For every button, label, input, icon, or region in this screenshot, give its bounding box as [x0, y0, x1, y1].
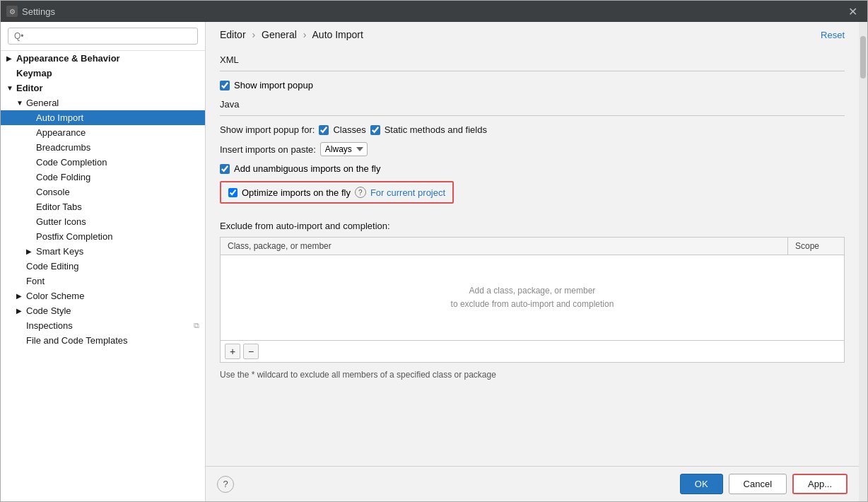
optimize-imports-container: Optimize imports on the fly ? For curren… — [220, 181, 845, 212]
sidebar-item-appearance-behavior[interactable]: ▶ Appearance & Behavior — [1, 51, 205, 66]
show-import-popup-row: Show import popup for: Classes Static me… — [220, 124, 845, 135]
optimize-imports-checkbox[interactable] — [228, 188, 237, 197]
arrow-icon: ▶ — [26, 247, 36, 255]
insert-imports-select[interactable]: Always Ask Never — [320, 142, 368, 156]
sidebar-item-label: Editor Tabs — [36, 202, 199, 212]
java-divider — [220, 115, 845, 116]
table-empty-line1: Add a class, package, or member — [469, 284, 596, 298]
xml-divider — [220, 71, 845, 71]
settings-panel: XML Show import popup Java Show import p… — [206, 45, 859, 466]
breadcrumb-sep1: › — [252, 29, 255, 40]
sidebar-item-appearance[interactable]: Appearance — [1, 125, 205, 140]
sidebar-item-label: Color Scheme — [26, 291, 199, 301]
breadcrumb-sep2: › — [303, 29, 307, 40]
sidebar-item-code-editing[interactable]: Code Editing — [1, 259, 205, 274]
sidebar-item-label: Appearance & Behavior — [16, 53, 199, 64]
breadcrumb: Editor › General › Auto Import — [220, 29, 363, 40]
search-input[interactable] — [8, 28, 198, 45]
optimize-imports-highlight-box: Optimize imports on the fly ? For curren… — [220, 181, 454, 204]
cancel-button[interactable]: Cancel — [729, 474, 787, 494]
sidebar-item-editor-tabs[interactable]: Editor Tabs — [1, 199, 205, 214]
main-content: Editor › General › Auto Import Reset XML… — [206, 22, 859, 501]
content-area: ▶ Appearance & Behavior Keymap ▼ Editor … — [1, 22, 867, 501]
sidebar-item-file-code-templates[interactable]: File and Code Templates — [1, 333, 205, 348]
sidebar-item-label: Editor — [16, 83, 199, 93]
insert-imports-row: Insert imports on paste: Always Ask Neve… — [220, 142, 845, 156]
apply-button[interactable]: App... — [792, 474, 848, 494]
sidebar-item-editor[interactable]: ▼ Editor — [1, 81, 205, 95]
static-methods-checkbox[interactable] — [370, 125, 380, 135]
arrow-icon: ▼ — [6, 84, 16, 92]
close-button[interactable]: ✕ — [844, 4, 862, 20]
add-unambiguous-row: Add unambiguous imports on the fly — [220, 163, 845, 174]
breadcrumb-editor: Editor — [220, 29, 246, 40]
xml-show-popup-row: Show import popup — [220, 80, 845, 91]
action-buttons: OK Cancel App... — [680, 474, 848, 494]
sidebar-item-label: General — [26, 98, 199, 108]
inspections-copy-icon: ⧉ — [194, 321, 199, 330]
bottom-bar: ? OK Cancel App... — [206, 466, 859, 501]
arrow-icon: ▼ — [16, 99, 26, 107]
sidebar-item-postfix-completion[interactable]: Postfix Completion — [1, 229, 205, 244]
reset-button[interactable]: Reset — [821, 30, 845, 40]
xml-section-label: XML — [220, 54, 845, 65]
arrow-icon: ▶ — [16, 307, 26, 315]
show-import-popup-label: Show import popup for: — [220, 124, 315, 135]
sidebar-item-code-folding[interactable]: Code Folding — [1, 170, 205, 185]
sidebar-item-font[interactable]: Font — [1, 274, 205, 288]
sidebar-item-code-style[interactable]: ▶ Code Style — [1, 303, 205, 318]
sidebar-item-color-scheme[interactable]: ▶ Color Scheme — [1, 288, 205, 303]
ok-button[interactable]: OK — [680, 474, 723, 494]
arrow-icon: ▶ — [6, 54, 16, 62]
sidebar-item-general[interactable]: ▼ General — [1, 95, 205, 110]
add-row-button[interactable]: + — [225, 344, 240, 359]
breadcrumb-general: General — [262, 29, 297, 40]
optimize-imports-help-icon[interactable]: ? — [355, 187, 366, 198]
table-header: Class, package, or member Scope — [221, 238, 844, 255]
window-title: Settings — [22, 6, 844, 17]
wildcard-note: Use the * wildcard to exclude all member… — [220, 368, 845, 381]
xml-show-popup-checkbox[interactable] — [220, 81, 230, 91]
sidebar-item-code-completion[interactable]: Code Completion — [1, 155, 205, 170]
sidebar-item-smart-keys[interactable]: ▶ Smart Keys — [1, 244, 205, 259]
sidebar-item-auto-import[interactable]: Auto Import — [1, 110, 205, 125]
scrollbar-thumb[interactable] — [860, 36, 866, 78]
add-unambiguous-label: Add unambiguous imports on the fly — [234, 163, 380, 174]
app-icon: ⚙ — [6, 6, 18, 17]
sidebar-item-gutter-icons[interactable]: Gutter Icons — [1, 214, 205, 229]
sidebar-item-label: Code Editing — [26, 261, 199, 272]
scrollbar[interactable] — [859, 22, 867, 501]
sidebar-item-label: Code Style — [26, 305, 199, 316]
sidebar-item-inspections[interactable]: Inspections ⧉ — [1, 318, 205, 333]
insert-imports-label: Insert imports on paste: — [220, 144, 316, 155]
table-body: Add a class, package, or member to exclu… — [221, 255, 844, 340]
sidebar-item-label: Breadcrumbs — [36, 142, 199, 153]
for-current-project-link[interactable]: For current project — [370, 187, 445, 198]
breadcrumb-auto-import: Auto Import — [312, 29, 363, 40]
sidebar-item-console[interactable]: Console — [1, 185, 205, 199]
sidebar-item-keymap[interactable]: Keymap — [1, 66, 205, 81]
xml-show-popup-label: Show import popup — [234, 80, 313, 91]
col-class-header: Class, package, or member — [221, 238, 787, 255]
sidebar-item-label: Gutter Icons — [36, 216, 199, 227]
java-section-label: Java — [220, 99, 845, 110]
settings-window: ⚙ Settings ✕ ▶ Appearance & Behavior Key… — [0, 0, 868, 502]
top-bar: Editor › General › Auto Import Reset — [206, 22, 859, 45]
titlebar: ⚙ Settings ✕ — [1, 1, 867, 22]
col-scope-header: Scope — [787, 238, 844, 255]
sidebar-item-label: File and Code Templates — [26, 335, 199, 346]
add-unambiguous-checkbox[interactable] — [220, 164, 230, 174]
search-box — [1, 22, 205, 51]
exclude-table: Class, package, or member Scope Add a cl… — [220, 237, 845, 363]
sidebar: ▶ Appearance & Behavior Keymap ▼ Editor … — [1, 22, 206, 501]
remove-row-button[interactable]: − — [243, 344, 259, 359]
sidebar-item-label: Keymap — [16, 68, 199, 78]
static-methods-label: Static methods and fields — [385, 124, 487, 135]
help-button[interactable]: ? — [217, 476, 234, 493]
classes-label: Classes — [333, 124, 365, 135]
table-empty-line2: to exclude from auto-import and completi… — [451, 298, 614, 311]
sidebar-item-breadcrumbs[interactable]: Breadcrumbs — [1, 140, 205, 155]
sidebar-item-label: Auto Import — [36, 112, 199, 123]
classes-checkbox[interactable] — [319, 125, 329, 135]
sidebar-item-label: Console — [36, 187, 199, 197]
